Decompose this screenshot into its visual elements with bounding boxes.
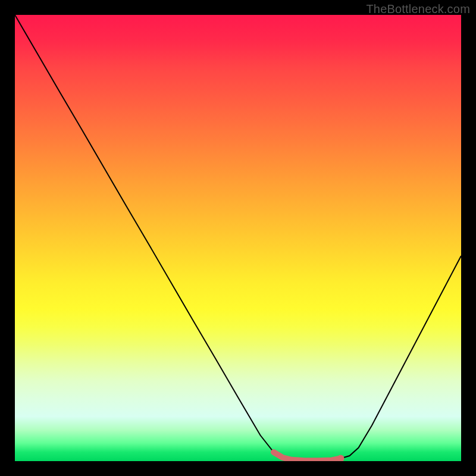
- highlight-end-dot: [337, 455, 345, 462]
- plot-area: [15, 15, 461, 461]
- highlight-band-path: [274, 452, 341, 461]
- curve-svg: [15, 15, 461, 461]
- bottleneck-curve-path: [15, 15, 461, 461]
- watermark-text: TheBottleneck.com: [366, 2, 470, 16]
- chart-frame: TheBottleneck.com: [0, 0, 476, 476]
